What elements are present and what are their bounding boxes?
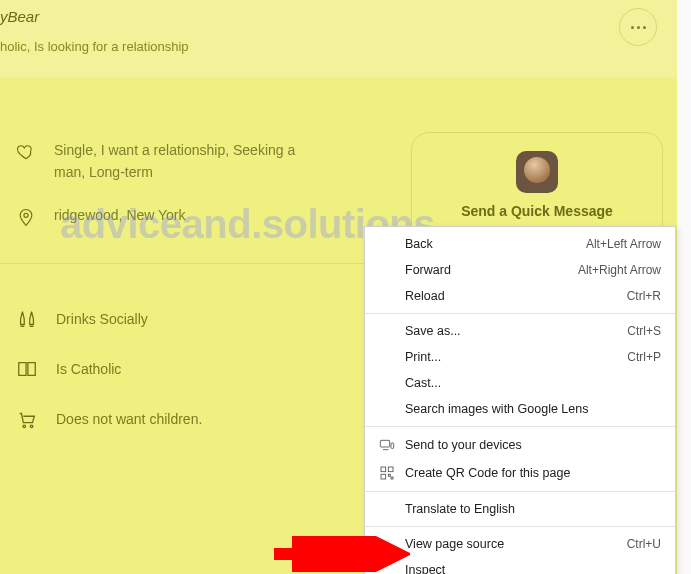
children-trait-row: Does not want children. — [0, 394, 391, 444]
user-avatar — [516, 151, 558, 193]
browser-context-menu: BackAlt+Left ArrowForwardAlt+Right Arrow… — [364, 226, 676, 574]
section-divider — [0, 263, 391, 264]
context-menu-item-print[interactable]: Print...Ctrl+P — [365, 344, 675, 370]
svg-rect-3 — [380, 440, 389, 447]
cheers-icon — [16, 308, 38, 330]
profile-details-column: Single, I want a relationship, Seeking a… — [0, 132, 411, 574]
context-menu-item-label: View page source — [405, 537, 627, 551]
context-menu-item-inspect[interactable]: Inspect — [365, 557, 675, 574]
more-options-button[interactable] — [619, 8, 657, 46]
context-menu-item-label: Cast... — [405, 376, 661, 390]
context-menu-item-shortcut: Ctrl+P — [627, 350, 661, 364]
svg-point-1 — [23, 425, 26, 428]
book-icon — [16, 358, 38, 380]
heart-icon — [16, 142, 36, 162]
cart-icon — [16, 408, 38, 430]
red-arrow-annotation — [270, 536, 410, 572]
context-menu-item-shortcut: Ctrl+U — [627, 537, 661, 551]
context-menu-item-back[interactable]: BackAlt+Left Arrow — [365, 231, 675, 257]
context-menu-item-forward[interactable]: ForwardAlt+Right Arrow — [365, 257, 675, 283]
relationship-status-text: Single, I want a relationship, Seeking a… — [54, 140, 324, 183]
svg-point-2 — [30, 425, 33, 428]
context-menu-item-label: Forward — [405, 263, 578, 277]
drinks-trait-text: Drinks Socially — [56, 311, 148, 327]
context-menu-item-label: Translate to English — [405, 502, 661, 516]
svg-rect-8 — [388, 474, 390, 476]
svg-rect-9 — [391, 477, 393, 479]
profile-name: yBear — [0, 8, 657, 25]
context-menu-item-label: Send to your devices — [405, 438, 661, 452]
context-menu-separator — [365, 526, 675, 527]
context-menu-separator — [365, 491, 675, 492]
context-menu-item-send-to-your-devices[interactable]: Send to your devices — [365, 431, 675, 459]
svg-point-0 — [24, 214, 28, 218]
svg-rect-5 — [381, 467, 386, 472]
religion-trait-text: Is Catholic — [56, 361, 121, 377]
context-menu-item-reload[interactable]: ReloadCtrl+R — [365, 283, 675, 309]
context-menu-item-shortcut: Alt+Right Arrow — [578, 263, 661, 277]
context-menu-item-label: Reload — [405, 289, 627, 303]
context-menu-item-cast[interactable]: Cast... — [365, 370, 675, 396]
context-menu-item-create-qr-code-for-this-page[interactable]: Create QR Code for this page — [365, 459, 675, 487]
quick-message-title: Send a Quick Message — [412, 203, 662, 219]
religion-trait-row: Is Catholic — [0, 344, 391, 394]
context-menu-item-label: Create QR Code for this page — [405, 466, 661, 480]
context-menu-item-label: Search images with Google Lens — [405, 402, 661, 416]
location-row: ridgewood, New York — [0, 197, 391, 241]
context-menu-item-view-page-source[interactable]: View page sourceCtrl+U — [365, 531, 675, 557]
svg-rect-7 — [381, 474, 386, 479]
context-menu-separator — [365, 426, 675, 427]
svg-rect-4 — [391, 443, 394, 448]
drinks-trait-row: Drinks Socially — [0, 294, 391, 344]
context-menu-item-shortcut: Ctrl+R — [627, 289, 661, 303]
context-menu-item-translate-to-english[interactable]: Translate to English — [365, 496, 675, 522]
location-pin-icon — [16, 207, 36, 227]
qr-icon — [379, 465, 395, 481]
context-menu-item-label: Back — [405, 237, 586, 251]
context-menu-separator — [365, 313, 675, 314]
context-menu-item-search-images-with-google-lens[interactable]: Search images with Google Lens — [365, 396, 675, 422]
profile-subtitle: holic, Is looking for a relationship — [0, 39, 657, 54]
location-text: ridgewood, New York — [54, 205, 186, 227]
context-menu-item-shortcut: Ctrl+S — [627, 324, 661, 338]
svg-rect-6 — [388, 467, 393, 472]
relationship-status-row: Single, I want a relationship, Seeking a… — [0, 132, 391, 197]
context-menu-item-shortcut: Alt+Left Arrow — [586, 237, 661, 251]
context-menu-item-label: Inspect — [405, 563, 661, 574]
browser-scrollbar-gutter[interactable] — [677, 0, 691, 574]
context-menu-item-label: Save as... — [405, 324, 627, 338]
context-menu-item-save-as[interactable]: Save as...Ctrl+S — [365, 318, 675, 344]
devices-icon — [379, 437, 395, 453]
context-menu-item-label: Print... — [405, 350, 627, 364]
profile-header: yBear holic, Is looking for a relationsh… — [0, 0, 677, 77]
children-trait-text: Does not want children. — [56, 411, 202, 427]
